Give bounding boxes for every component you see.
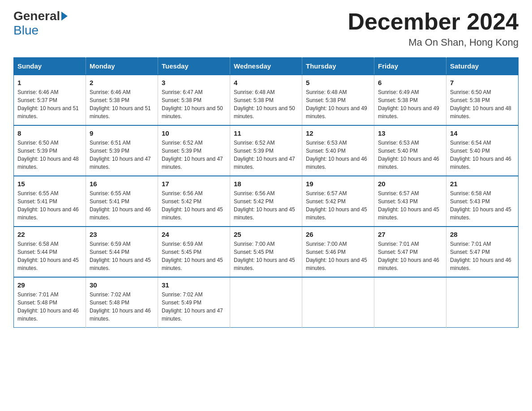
day-number: 8 xyxy=(17,129,82,137)
title-block: December 2024 Ma On Shan, Hong Kong xyxy=(348,9,519,48)
day-info: Sunrise: 6:57 AM Sunset: 5:43 PM Dayligh… xyxy=(378,189,442,222)
day-number: 3 xyxy=(162,79,226,86)
day-info: Sunrise: 6:47 AM Sunset: 5:38 PM Dayligh… xyxy=(162,88,226,120)
day-number: 4 xyxy=(234,79,298,86)
location-subtitle: Ma On Shan, Hong Kong xyxy=(348,37,519,48)
table-row: 21 Sunrise: 6:58 AM Sunset: 5:43 PM Dayl… xyxy=(446,176,519,227)
day-number: 27 xyxy=(378,231,442,238)
table-row: 27 Sunrise: 7:01 AM Sunset: 5:47 PM Dayl… xyxy=(374,227,446,277)
day-number: 26 xyxy=(306,231,370,238)
day-number: 6 xyxy=(378,79,442,86)
page-header: General Blue December 2024 Ma On Shan, H… xyxy=(13,9,519,48)
table-row: 12 Sunrise: 6:53 AM Sunset: 5:40 PM Dayl… xyxy=(302,125,374,176)
logo-general-text: General xyxy=(13,9,60,23)
day-number: 17 xyxy=(162,180,226,188)
table-row: 1 Sunrise: 6:46 AM Sunset: 5:37 PM Dayli… xyxy=(14,75,86,125)
table-row: 16 Sunrise: 6:55 AM Sunset: 5:41 PM Dayl… xyxy=(86,176,158,227)
header-friday: Friday xyxy=(374,58,446,75)
table-row: 5 Sunrise: 6:48 AM Sunset: 5:38 PM Dayli… xyxy=(302,75,374,125)
day-number: 19 xyxy=(306,180,370,188)
logo: General Blue xyxy=(13,9,69,38)
calendar-header-row: Sunday Monday Tuesday Wednesday Thursday… xyxy=(14,58,519,75)
table-row xyxy=(446,277,519,328)
day-info: Sunrise: 6:53 AM Sunset: 5:40 PM Dayligh… xyxy=(306,139,370,171)
table-row: 20 Sunrise: 6:57 AM Sunset: 5:43 PM Dayl… xyxy=(374,176,446,227)
table-row: 8 Sunrise: 6:50 AM Sunset: 5:39 PM Dayli… xyxy=(14,125,86,176)
day-info: Sunrise: 6:50 AM Sunset: 5:38 PM Dayligh… xyxy=(450,88,515,120)
day-info: Sunrise: 7:02 AM Sunset: 5:49 PM Dayligh… xyxy=(162,291,226,323)
table-row: 15 Sunrise: 6:55 AM Sunset: 5:41 PM Dayl… xyxy=(14,176,86,227)
table-row xyxy=(302,277,374,328)
day-info: Sunrise: 7:00 AM Sunset: 5:45 PM Dayligh… xyxy=(234,240,298,272)
table-row: 3 Sunrise: 6:47 AM Sunset: 5:38 PM Dayli… xyxy=(158,75,230,125)
day-info: Sunrise: 6:53 AM Sunset: 5:40 PM Dayligh… xyxy=(378,139,442,171)
table-row: 11 Sunrise: 6:52 AM Sunset: 5:39 PM Dayl… xyxy=(230,125,302,176)
logo-arrow-icon xyxy=(61,12,68,21)
day-info: Sunrise: 7:01 AM Sunset: 5:48 PM Dayligh… xyxy=(17,291,82,323)
day-number: 31 xyxy=(162,281,226,289)
day-number: 1 xyxy=(17,79,82,86)
table-row: 10 Sunrise: 6:52 AM Sunset: 5:39 PM Dayl… xyxy=(158,125,230,176)
table-row: 6 Sunrise: 6:49 AM Sunset: 5:38 PM Dayli… xyxy=(374,75,446,125)
day-number: 2 xyxy=(90,79,154,86)
day-info: Sunrise: 6:58 AM Sunset: 5:43 PM Dayligh… xyxy=(450,189,515,222)
calendar-week-5: 29 Sunrise: 7:01 AM Sunset: 5:48 PM Dayl… xyxy=(14,277,519,328)
day-number: 16 xyxy=(90,180,154,188)
table-row: 9 Sunrise: 6:51 AM Sunset: 5:39 PM Dayli… xyxy=(86,125,158,176)
day-info: Sunrise: 6:59 AM Sunset: 5:44 PM Dayligh… xyxy=(90,240,154,272)
table-row: 22 Sunrise: 6:58 AM Sunset: 5:44 PM Dayl… xyxy=(14,227,86,277)
day-number: 5 xyxy=(306,79,370,86)
day-number: 22 xyxy=(17,231,82,238)
table-row: 24 Sunrise: 6:59 AM Sunset: 5:45 PM Dayl… xyxy=(158,227,230,277)
day-number: 14 xyxy=(450,129,515,137)
table-row: 19 Sunrise: 6:57 AM Sunset: 5:42 PM Dayl… xyxy=(302,176,374,227)
day-info: Sunrise: 7:01 AM Sunset: 5:47 PM Dayligh… xyxy=(378,240,442,272)
day-number: 29 xyxy=(17,281,82,289)
day-info: Sunrise: 6:54 AM Sunset: 5:40 PM Dayligh… xyxy=(450,139,515,171)
calendar-week-4: 22 Sunrise: 6:58 AM Sunset: 5:44 PM Dayl… xyxy=(14,227,519,277)
header-saturday: Saturday xyxy=(446,58,519,75)
day-info: Sunrise: 6:46 AM Sunset: 5:37 PM Dayligh… xyxy=(17,88,82,120)
day-info: Sunrise: 6:48 AM Sunset: 5:38 PM Dayligh… xyxy=(306,88,370,120)
day-info: Sunrise: 6:51 AM Sunset: 5:39 PM Dayligh… xyxy=(90,139,154,171)
day-info: Sunrise: 6:57 AM Sunset: 5:42 PM Dayligh… xyxy=(306,189,370,222)
day-number: 30 xyxy=(90,281,154,289)
day-info: Sunrise: 6:46 AM Sunset: 5:38 PM Dayligh… xyxy=(90,88,154,120)
header-thursday: Thursday xyxy=(302,58,374,75)
table-row: 28 Sunrise: 7:01 AM Sunset: 5:47 PM Dayl… xyxy=(446,227,519,277)
calendar-week-3: 15 Sunrise: 6:55 AM Sunset: 5:41 PM Dayl… xyxy=(14,176,519,227)
day-info: Sunrise: 6:48 AM Sunset: 5:38 PM Dayligh… xyxy=(234,88,298,120)
calendar-table: Sunday Monday Tuesday Wednesday Thursday… xyxy=(13,57,519,328)
table-row: 29 Sunrise: 7:01 AM Sunset: 5:48 PM Dayl… xyxy=(14,277,86,328)
table-row: 4 Sunrise: 6:48 AM Sunset: 5:38 PM Dayli… xyxy=(230,75,302,125)
header-tuesday: Tuesday xyxy=(158,58,230,75)
day-info: Sunrise: 6:52 AM Sunset: 5:39 PM Dayligh… xyxy=(162,139,226,171)
day-info: Sunrise: 6:56 AM Sunset: 5:42 PM Dayligh… xyxy=(162,189,226,222)
day-number: 23 xyxy=(90,231,154,238)
day-info: Sunrise: 6:55 AM Sunset: 5:41 PM Dayligh… xyxy=(90,189,154,222)
table-row xyxy=(230,277,302,328)
day-info: Sunrise: 7:00 AM Sunset: 5:46 PM Dayligh… xyxy=(306,240,370,272)
day-info: Sunrise: 7:01 AM Sunset: 5:47 PM Dayligh… xyxy=(450,240,515,272)
header-monday: Monday xyxy=(86,58,158,75)
day-number: 24 xyxy=(162,231,226,238)
day-info: Sunrise: 6:59 AM Sunset: 5:45 PM Dayligh… xyxy=(162,240,226,272)
day-number: 7 xyxy=(450,79,515,86)
day-number: 11 xyxy=(234,129,298,137)
day-number: 10 xyxy=(162,129,226,137)
day-number: 15 xyxy=(17,180,82,188)
day-info: Sunrise: 7:02 AM Sunset: 5:48 PM Dayligh… xyxy=(90,291,154,323)
day-number: 13 xyxy=(378,129,442,137)
table-row: 17 Sunrise: 6:56 AM Sunset: 5:42 PM Dayl… xyxy=(158,176,230,227)
day-number: 20 xyxy=(378,180,442,188)
table-row: 23 Sunrise: 6:59 AM Sunset: 5:44 PM Dayl… xyxy=(86,227,158,277)
day-number: 25 xyxy=(234,231,298,238)
header-sunday: Sunday xyxy=(14,58,86,75)
day-number: 28 xyxy=(450,231,515,238)
calendar-week-2: 8 Sunrise: 6:50 AM Sunset: 5:39 PM Dayli… xyxy=(14,125,519,176)
table-row: 30 Sunrise: 7:02 AM Sunset: 5:48 PM Dayl… xyxy=(86,277,158,328)
table-row xyxy=(374,277,446,328)
table-row: 13 Sunrise: 6:53 AM Sunset: 5:40 PM Dayl… xyxy=(374,125,446,176)
table-row: 31 Sunrise: 7:02 AM Sunset: 5:49 PM Dayl… xyxy=(158,277,230,328)
table-row: 2 Sunrise: 6:46 AM Sunset: 5:38 PM Dayli… xyxy=(86,75,158,125)
